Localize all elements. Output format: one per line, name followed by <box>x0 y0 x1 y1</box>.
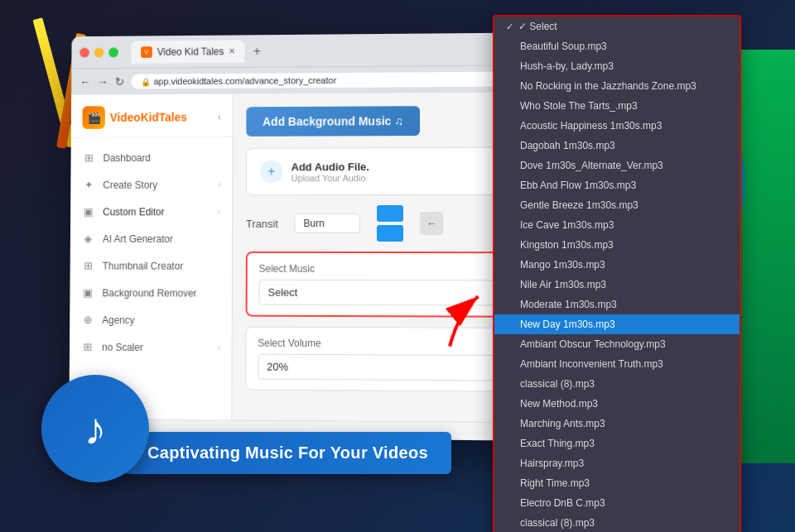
dropdown-item-22[interactable]: Hairspray.mp3 <box>494 453 740 473</box>
thumbnail-icon: ⊞ <box>81 260 94 272</box>
dropdown-item-7[interactable]: Dove 1m30s_Alternate_Ver.mp3 <box>494 156 740 175</box>
dropdown-item-4[interactable]: Who Stole The Tarts_.mp3 <box>494 96 740 116</box>
refresh-button[interactable]: ↻ <box>115 75 125 89</box>
sidebar-nav: ⊞ Dashboard ✦ Create Story › ▣ Custom Ed… <box>70 137 233 367</box>
sidebar-item-dashboard[interactable]: ⊞ Dashboard <box>70 144 232 171</box>
sidebar-label-ai-art: AI Art Generator <box>103 233 173 245</box>
create-story-icon: ✦ <box>82 179 95 191</box>
sidebar-label-bg-remover: Background Remover <box>102 287 196 299</box>
music-icon-circle: ♪ <box>41 375 149 482</box>
blue-square-2 <box>377 225 403 242</box>
sidebar-label-custom-editor: Custom Editor <box>103 206 165 218</box>
sidebar-collapse-icon[interactable]: ‹ <box>218 111 221 122</box>
dropdown-item-24[interactable]: Electro DnB C.mp3 <box>494 493 740 513</box>
sidebar-label-thumbnail: Thumbnail Creator <box>103 260 184 271</box>
caption-text: Captivating Music For Your Videos <box>147 443 428 462</box>
dropdown-item-0[interactable]: ✓ Select <box>494 17 740 36</box>
sidebar-label-agency: Agency <box>102 314 134 326</box>
tab-close-button[interactable]: ✕ <box>229 46 235 55</box>
window-close-dot[interactable] <box>80 47 89 57</box>
dropdown-item-14[interactable]: Moderate 1m30s.mp3 <box>494 295 740 314</box>
sidebar-label-no-scaler: no Scaler <box>102 341 143 352</box>
transit-label: Transit <box>246 218 278 230</box>
music-dropdown-menu[interactable]: ✓ Select Beautiful Soup.mp3 Hush-a-by, L… <box>493 15 741 532</box>
sidebar-item-thumbnail[interactable]: ⊞ Thumbnail Creator <box>70 252 232 280</box>
dropdown-item-5[interactable]: Acoustic Happiness 1m30s.mp3 <box>494 116 740 136</box>
sidebar-item-no-scaler[interactable]: ⊞ no Scaler › <box>70 333 232 362</box>
url-text: app.videokidtales.com/advance_story_crea… <box>154 75 337 86</box>
dropdown-item-11[interactable]: Kingston 1m30s.mp3 <box>494 235 740 255</box>
window-maximize-dot[interactable] <box>108 47 118 57</box>
dropdown-item-21[interactable]: Exact Thing.mp3 <box>494 434 740 453</box>
sidebar-item-bg-remover[interactable]: ▣ Background Remover <box>70 279 232 306</box>
logo-text: VideoKidTales <box>110 111 187 124</box>
dropdown-item-18[interactable]: classical (8).mp3 <box>494 374 740 394</box>
sidebar-label-create-story: Create Story <box>103 179 157 190</box>
forward-button[interactable]: → <box>97 75 108 89</box>
bg-remover-icon: ▣ <box>81 286 94 299</box>
dropdown-item-12[interactable]: Mango 1m30s.mp3 <box>494 255 740 275</box>
create-story-arrow: › <box>218 180 220 189</box>
dropdown-item-9[interactable]: Gentle Breeze 1m30s.mp3 <box>494 195 740 215</box>
back-arrow-button[interactable]: ← <box>420 212 443 235</box>
new-tab-button[interactable]: + <box>253 44 261 59</box>
no-scaler-icon: ⊞ <box>81 341 94 353</box>
select-music-value: Select <box>267 286 297 299</box>
sidebar-item-agency[interactable]: ⊕ Agency <box>70 306 232 334</box>
tab-label: Video Kid Tales <box>157 46 224 57</box>
logo-text-tales: Tales <box>159 111 187 124</box>
custom-editor-icon: ▣ <box>82 205 95 218</box>
dropdown-item-3[interactable]: No Rocking in the Jazzhands Zone.mp3 <box>494 76 740 96</box>
agency-icon: ⊕ <box>81 314 94 326</box>
sidebar-logo: 🎬 VideoKidTales ‹ <box>71 94 233 138</box>
dropdown-item-6[interactable]: Dagobah 1m30s.mp3 <box>494 136 740 156</box>
dropdown-item-10[interactable]: Ice Cave 1m30s.mp3 <box>494 215 740 235</box>
dropdown-item-8[interactable]: Ebb And Flow 1m30s.mp3 <box>494 175 740 195</box>
dashboard-icon: ⊞ <box>82 151 95 164</box>
browser-tab[interactable]: V Video Kid Tales ✕ <box>131 40 245 64</box>
dropdown-item-2[interactable]: Hush-a-by, Lady.mp3 <box>494 56 740 76</box>
sidebar-item-create-story[interactable]: ✦ Create Story › <box>70 171 232 199</box>
window-minimize-dot[interactable] <box>94 47 104 57</box>
custom-editor-arrow: › <box>218 207 220 216</box>
logo-text-kid: Kid <box>141 111 159 124</box>
tab-favicon: V <box>141 46 152 58</box>
dropdown-item-19[interactable]: New Method.mp3 <box>494 394 740 414</box>
volume-value: 20% <box>267 361 288 373</box>
ai-art-icon: ◈ <box>82 232 95 245</box>
lock-icon: 🔒 <box>141 77 151 86</box>
caption-banner: Captivating Music For Your Videos <box>124 432 451 474</box>
logo-text-video: Video <box>110 111 141 124</box>
add-music-button[interactable]: Add Background Music ♫ <box>246 106 419 137</box>
dropdown-item-25[interactable]: classical (8).mp3 <box>494 513 740 532</box>
audio-add-icon[interactable]: + <box>260 161 283 184</box>
back-button[interactable]: ← <box>80 75 91 89</box>
dropdown-item-17[interactable]: Ambiant Inconvenient Truth.mp3 <box>494 354 740 374</box>
logo-icon: 🎬 <box>82 106 104 129</box>
sidebar-item-ai-art[interactable]: ◈ AI Art Generator <box>70 225 232 252</box>
sidebar-item-custom-editor[interactable]: ▣ Custom Editor › <box>70 198 232 225</box>
blue-square-1 <box>377 205 403 222</box>
transit-input[interactable]: Burn <box>295 213 361 233</box>
music-note-icon: ♪ <box>84 403 107 454</box>
dropdown-item-23[interactable]: Right Time.mp3 <box>494 473 740 493</box>
sidebar-label-dashboard: Dashboard <box>104 152 151 164</box>
dropdown-item-20[interactable]: Marching Ants.mp3 <box>494 414 740 434</box>
dropdown-item-15[interactable]: New Day 1m30s.mp3 <box>494 314 740 334</box>
dropdown-item-13[interactable]: Nile Air 1m30s.mp3 <box>494 275 740 295</box>
blue-squares <box>377 205 403 242</box>
dropdown-item-1[interactable]: Beautiful Soup.mp3 <box>494 36 740 56</box>
no-scaler-arrow: › <box>217 343 219 352</box>
dropdown-item-16[interactable]: Ambiant Obscur Technology.mp3 <box>494 334 740 354</box>
